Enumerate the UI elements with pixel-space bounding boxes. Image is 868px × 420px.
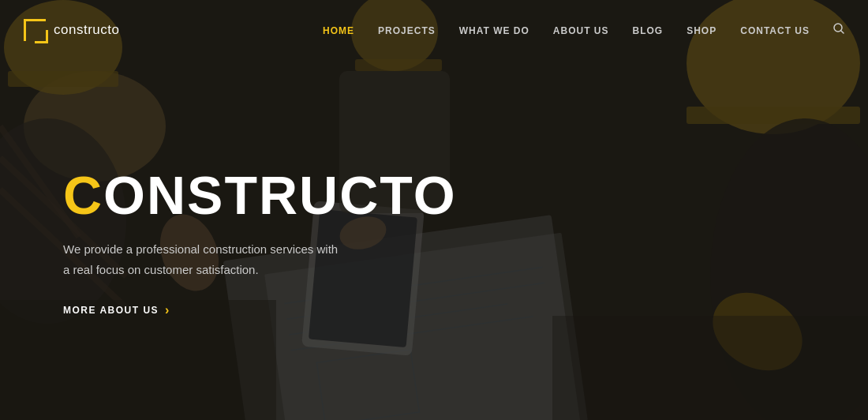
nav-link-home[interactable]: HOME <box>323 25 354 36</box>
cta-arrow-icon: › <box>165 303 170 317</box>
nav-menu: HOME PROJECTS WHAT WE DO ABOUT US BLOG S… <box>323 23 844 37</box>
nav-link-about-us[interactable]: ABOUT US <box>553 25 609 36</box>
logo[interactable]: constructo <box>24 19 119 41</box>
navbar: constructo HOME PROJECTS WHAT WE DO ABOU… <box>0 0 868 59</box>
hero-title-rest: ONSTRUCTO <box>103 165 456 225</box>
nav-item-what-we-do[interactable]: WHAT WE DO <box>459 23 529 37</box>
hero-title-first-letter: C <box>63 165 103 225</box>
nav-link-what-we-do[interactable]: WHAT WE DO <box>459 25 529 36</box>
logo-icon <box>24 19 46 41</box>
nav-link-shop[interactable]: SHOP <box>687 25 716 36</box>
search-button[interactable] <box>833 23 844 36</box>
nav-link-blog[interactable]: BLOG <box>633 25 664 36</box>
hero-subtitle: We provide a professional construction s… <box>63 239 457 279</box>
nav-item-projects[interactable]: PROJECTS <box>378 23 436 37</box>
svg-line-29 <box>841 31 844 33</box>
nav-item-contact-us[interactable]: CONTACT US <box>740 23 810 37</box>
search-icon <box>833 23 844 34</box>
nav-link-contact-us[interactable]: CONTACT US <box>740 25 810 36</box>
nav-item-search[interactable] <box>833 23 844 37</box>
nav-item-blog[interactable]: BLOG <box>633 23 664 37</box>
nav-item-about-us[interactable]: ABOUT US <box>553 23 609 37</box>
hero-section: constructo HOME PROJECTS WHAT WE DO ABOU… <box>0 0 868 420</box>
nav-item-home[interactable]: HOME <box>323 23 354 37</box>
logo-text: constructo <box>54 22 119 38</box>
hero-content: CONSTRUCTO We provide a professional con… <box>63 168 457 317</box>
nav-item-shop[interactable]: SHOP <box>687 23 716 37</box>
hero-title: CONSTRUCTO <box>63 168 457 222</box>
hero-cta-button[interactable]: MORE ABOUT US › <box>63 303 457 317</box>
hero-cta-label: MORE ABOUT US <box>63 305 159 316</box>
nav-link-projects[interactable]: PROJECTS <box>378 25 436 36</box>
